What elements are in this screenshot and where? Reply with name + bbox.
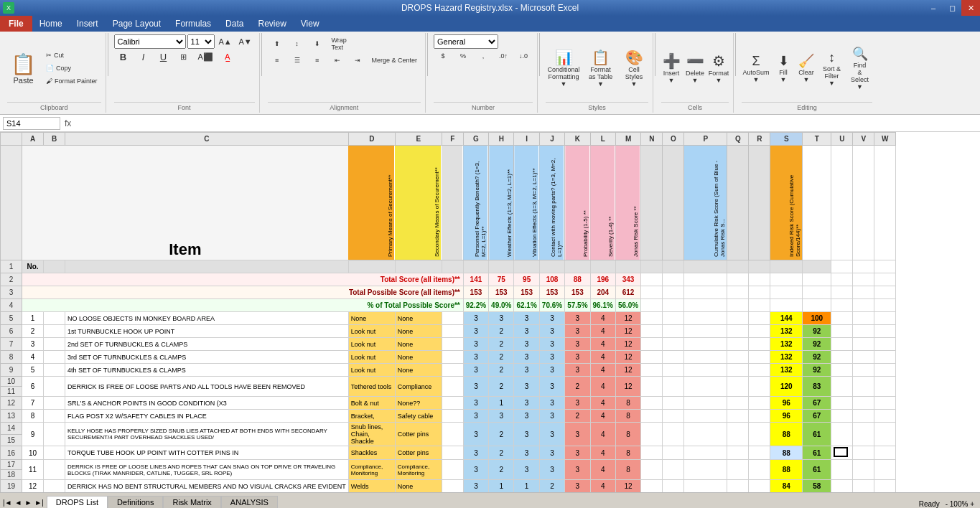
cell-9-l[interactable]: 4 bbox=[590, 364, 615, 377]
cell-9-w[interactable] bbox=[874, 364, 896, 377]
cell-4-j[interactable]: 70.6% bbox=[539, 299, 564, 312]
cell-12-e[interactable]: None?? bbox=[395, 397, 442, 410]
cell-16-l[interactable]: 4 bbox=[590, 446, 615, 460]
cell-7-d[interactable]: Look nut bbox=[348, 338, 395, 351]
cell-7-b[interactable] bbox=[44, 338, 65, 351]
cell-16-g[interactable]: 3 bbox=[463, 446, 488, 460]
cell-18-o[interactable] bbox=[663, 480, 684, 493]
cell-17-i[interactable]: 3 bbox=[514, 460, 539, 480]
cell-16-c[interactable]: TORQUE TUBE HOOK UP POINT WITH COTTER PI… bbox=[65, 446, 349, 460]
close-button[interactable]: ✕ bbox=[961, 0, 980, 16]
cell-1-s[interactable] bbox=[770, 260, 803, 273]
cell-16-s[interactable]: 88 bbox=[770, 446, 803, 460]
cell-7-i[interactable]: 3 bbox=[514, 338, 539, 351]
cell-2-t[interactable] bbox=[803, 273, 831, 286]
col-T[interactable]: T bbox=[803, 133, 831, 146]
cell-7-j[interactable]: 3 bbox=[539, 338, 564, 351]
cell-5-i[interactable]: 3 bbox=[514, 312, 539, 325]
cell-8-w[interactable] bbox=[874, 351, 896, 364]
cell-12-u[interactable] bbox=[831, 397, 853, 410]
cell-12-r[interactable] bbox=[749, 397, 770, 410]
number-format-select[interactable]: General bbox=[434, 34, 498, 49]
cell-2-g[interactable]: 141 bbox=[463, 273, 488, 286]
cell-6-a[interactable]: 2 bbox=[22, 325, 44, 338]
cell-10-c[interactable]: DERRICK IS FREE OF LOOSE PARTS AND ALL T… bbox=[65, 377, 349, 397]
cell-6-i[interactable]: 3 bbox=[514, 325, 539, 338]
cell-16-f[interactable] bbox=[442, 446, 463, 460]
comma-button[interactable]: , bbox=[474, 50, 493, 62]
cell-7-g[interactable]: 3 bbox=[463, 338, 488, 351]
wrap-text-button[interactable]: Wrap Text bbox=[328, 34, 364, 53]
spreadsheet[interactable]: A B C D E F G H I J K L M N O P Q bbox=[0, 132, 980, 492]
sort-filter-button[interactable]: ↕ Sort & Filter▼ bbox=[819, 47, 844, 90]
decrease-decimal-button[interactable]: ↓.0 bbox=[514, 50, 533, 62]
cell-12-w[interactable] bbox=[874, 397, 896, 410]
sheet-tab-analysis[interactable]: ANALYSIS bbox=[221, 496, 278, 508]
cell-17-h[interactable]: 2 bbox=[489, 460, 514, 480]
cell-9-r[interactable] bbox=[749, 364, 770, 377]
cell-16-v[interactable] bbox=[853, 446, 874, 460]
cell-13-s[interactable]: 96 bbox=[770, 410, 803, 423]
cell-8-a[interactable]: 4 bbox=[22, 351, 44, 364]
cell-16-m[interactable]: 8 bbox=[615, 446, 640, 460]
cell-6-r[interactable] bbox=[749, 325, 770, 338]
cell-5-e[interactable]: None bbox=[395, 312, 442, 325]
cell-7-p[interactable] bbox=[684, 338, 727, 351]
border-button[interactable]: ⊞ bbox=[174, 50, 193, 64]
cell-10-j[interactable]: 3 bbox=[539, 377, 564, 397]
cell-18-i[interactable]: 1 bbox=[514, 480, 539, 493]
cell-9-v[interactable] bbox=[853, 364, 874, 377]
col-H[interactable]: H bbox=[489, 133, 514, 146]
cell-9-p[interactable] bbox=[684, 364, 727, 377]
cell-13-p[interactable] bbox=[684, 410, 727, 423]
cell-3-n[interactable] bbox=[641, 286, 663, 299]
align-bottom-button[interactable]: ⬇ bbox=[308, 38, 327, 50]
cell-8-n[interactable] bbox=[641, 351, 663, 364]
bold-button[interactable]: B bbox=[114, 50, 133, 64]
cell-1-h[interactable] bbox=[489, 260, 514, 273]
cell-3-u[interactable] bbox=[831, 286, 853, 299]
cell-12-i[interactable]: 3 bbox=[514, 397, 539, 410]
cell-9-b[interactable] bbox=[44, 364, 65, 377]
cell-8-q[interactable] bbox=[727, 351, 749, 364]
cell-18-b[interactable] bbox=[44, 480, 65, 493]
cell-14-b[interactable] bbox=[44, 423, 65, 446]
cell-10-k[interactable]: 2 bbox=[565, 377, 590, 397]
cell-14-g[interactable]: 3 bbox=[463, 423, 488, 446]
cell-10-i[interactable]: 3 bbox=[514, 377, 539, 397]
cell-7-m[interactable]: 12 bbox=[615, 338, 640, 351]
cell-styles-button[interactable]: 🎨 Cell Styles▼ bbox=[620, 47, 648, 90]
cell-9-c[interactable]: 4th SET OF TURNBUCKLES & CLAMPS bbox=[65, 364, 349, 377]
cell-1-g[interactable] bbox=[463, 260, 488, 273]
percent-button[interactable]: % bbox=[454, 50, 472, 62]
cell-17-r[interactable] bbox=[749, 460, 770, 480]
cell-16-t[interactable]: 61 bbox=[803, 446, 831, 460]
cell-5-q[interactable] bbox=[727, 312, 749, 325]
cell-18-f[interactable] bbox=[442, 480, 463, 493]
cell-5-l[interactable]: 4 bbox=[590, 312, 615, 325]
cell-3-w[interactable] bbox=[874, 286, 896, 299]
cell-3-j[interactable]: 153 bbox=[539, 286, 564, 299]
cell-1-e[interactable] bbox=[395, 260, 442, 273]
col-W[interactable]: W bbox=[874, 133, 896, 146]
cell-14-k[interactable]: 3 bbox=[565, 423, 590, 446]
cell-17-k[interactable]: 3 bbox=[565, 460, 590, 480]
cell-18-k[interactable]: 3 bbox=[565, 480, 590, 493]
cell-13-a[interactable]: 8 bbox=[22, 410, 44, 423]
cell-9-d[interactable]: Look nut bbox=[348, 364, 395, 377]
cell-10-g[interactable]: 3 bbox=[463, 377, 488, 397]
cell-1-q[interactable] bbox=[727, 260, 749, 273]
format-as-table-button[interactable]: 📋 Format as Table▼ bbox=[584, 47, 617, 90]
cell-18-q[interactable] bbox=[727, 480, 749, 493]
cell-10-v[interactable] bbox=[853, 377, 874, 397]
cell-14-r[interactable] bbox=[749, 423, 770, 446]
cell-14-n[interactable] bbox=[641, 423, 663, 446]
cell-1-i[interactable] bbox=[514, 260, 539, 273]
sheet-tab-risk-matrix[interactable]: Risk Matrix bbox=[163, 496, 220, 508]
cell-17-q[interactable] bbox=[727, 460, 749, 480]
sheet-tab-definitions[interactable]: Definitions bbox=[108, 496, 163, 508]
cell-17-c[interactable]: DERRICK IS FREE OF LOOSE LINES AND ROPES… bbox=[65, 460, 349, 480]
cell-9-s[interactable]: 132 bbox=[770, 364, 803, 377]
zoom-out-button[interactable]: - bbox=[946, 500, 948, 508]
col-I[interactable]: I bbox=[514, 133, 539, 146]
